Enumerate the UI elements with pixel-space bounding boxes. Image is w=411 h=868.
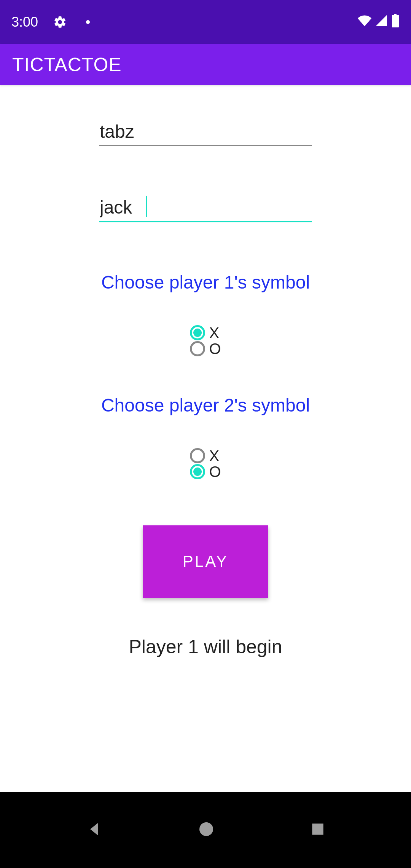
player1-symbol-group: X O [190,325,221,357]
player1-symbol-x-row[interactable]: X [190,325,221,341]
svg-point-0 [199,822,213,836]
player1-name-field-wrap [99,120,312,146]
player2-name-input[interactable] [99,195,312,222]
status-left: 3:00 [11,14,90,30]
content-area: Choose player 1's symbol X O Choose play… [0,85,411,792]
player2-symbol-group: X O [190,448,221,480]
app-bar: TICTACTOE [0,44,411,85]
radio-label-x: X [209,324,219,341]
radio-icon [190,464,205,479]
status-bar: 3:00 [0,0,411,44]
player2-symbol-x-row[interactable]: X [190,448,221,464]
radio-icon [190,448,205,463]
radio-label-o: O [209,340,221,357]
player2-symbol-label: Choose player 2's symbol [101,395,310,416]
app-title: TICTACTOE [12,54,122,76]
text-cursor [146,196,147,217]
radio-icon [190,341,205,356]
player2-name-field-wrap [99,195,312,222]
wifi-icon [358,14,371,31]
status-right [358,14,400,31]
gear-icon [53,15,67,29]
radio-label-o: O [209,463,221,480]
battery-icon [391,14,400,31]
game-status-text: Player 1 will begin [129,636,282,658]
back-icon[interactable] [85,820,103,840]
dot-icon [86,20,90,24]
navigation-bar [0,792,411,868]
radio-label-x: X [209,447,219,464]
player1-symbol-o-row[interactable]: O [190,341,221,357]
recent-apps-icon[interactable] [309,821,326,839]
player2-symbol-o-row[interactable]: O [190,464,221,480]
play-button[interactable]: PLAY [143,525,268,598]
radio-icon [190,325,205,340]
player1-symbol-label: Choose player 1's symbol [101,272,310,293]
status-time: 3:00 [11,14,38,30]
player1-name-input[interactable] [99,120,312,146]
home-icon[interactable] [197,820,215,840]
svg-rect-1 [312,823,323,834]
signal-icon [374,14,388,31]
